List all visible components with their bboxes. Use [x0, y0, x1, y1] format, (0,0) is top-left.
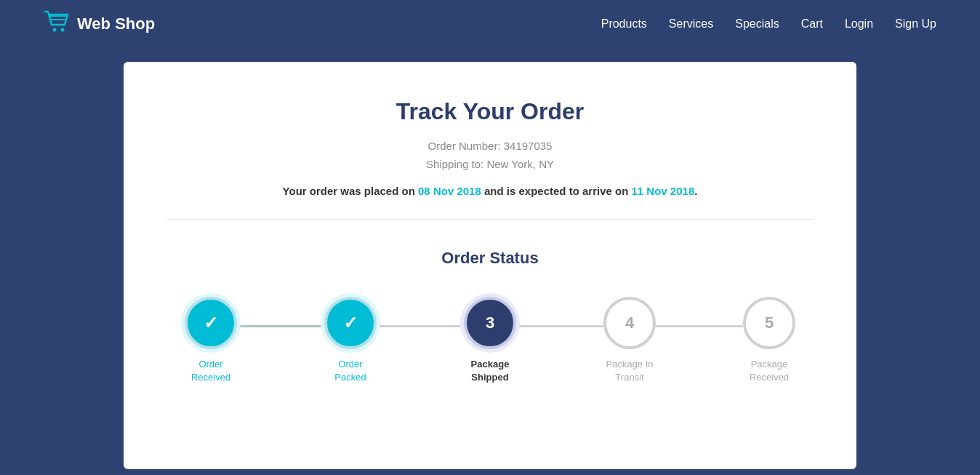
svg-point-3 — [61, 28, 65, 32]
connector-4-5 — [656, 325, 743, 327]
step-1: ✓ OrderReceived — [185, 297, 237, 384]
arrive-date: 11 Nov 2018 — [632, 185, 695, 197]
page-title: Track Your Order — [167, 98, 813, 125]
message-suffix: . — [694, 185, 697, 197]
steps-container: ✓ OrderReceived ✓ OrderPacked 3 PackageS… — [167, 297, 813, 384]
step-1-label: OrderReceived — [191, 358, 230, 384]
step-2-circle: ✓ — [324, 297, 377, 349]
shipping-info: Shipping to: New York, NY — [167, 158, 813, 170]
step-3: 3 PackageShipped — [464, 297, 516, 384]
cart-icon — [44, 10, 70, 37]
nav-specials[interactable]: Specials — [735, 17, 779, 31]
step-2-label: OrderPacked — [334, 358, 366, 384]
step-2: ✓ OrderPacked — [324, 297, 377, 384]
header: Web Shop Products Services Specials Cart… — [0, 0, 980, 47]
step-4: 4 Package InTransit — [603, 297, 656, 384]
message-middle: and is expected to arrive on — [481, 185, 632, 197]
svg-point-2 — [53, 28, 57, 32]
main-content: Track Your Order Order Number: 34197035 … — [124, 62, 856, 469]
step-5-label: PackageReceived — [750, 358, 789, 384]
connector-3-4 — [516, 325, 603, 327]
step-5-circle: 5 — [743, 297, 795, 349]
order-status-title: Order Status — [167, 249, 813, 268]
step-5: 5 PackageReceived — [743, 297, 795, 384]
connector-1-2 — [237, 325, 324, 327]
step-4-circle: 4 — [603, 297, 656, 349]
step-4-label: Package InTransit — [606, 358, 653, 384]
step-3-number: 3 — [486, 314, 494, 332]
step-1-icon: ✓ — [204, 313, 218, 333]
step-5-number: 5 — [765, 314, 774, 332]
connector-2-3 — [377, 325, 464, 327]
step-1-circle: ✓ — [185, 297, 237, 349]
logo-text: Web Shop — [77, 15, 155, 33]
message-prefix: Your order was placed on — [283, 185, 418, 197]
nav-cart[interactable]: Cart — [801, 17, 823, 31]
step-2-icon: ✓ — [343, 313, 358, 333]
order-number: Order Number: 34197035 — [167, 140, 813, 152]
step-3-circle: 3 — [464, 297, 516, 349]
logo-area: Web Shop — [44, 10, 155, 37]
nav-services[interactable]: Services — [669, 17, 713, 31]
nav: Products Services Specials Cart Login Si… — [601, 17, 936, 31]
step-4-number: 4 — [625, 314, 634, 332]
placed-date: 08 Nov 2018 — [418, 185, 481, 197]
nav-products[interactable]: Products — [601, 17, 647, 31]
divider — [167, 219, 813, 220]
order-message: Your order was placed on 08 Nov 2018 and… — [167, 185, 813, 197]
nav-login[interactable]: Login — [845, 17, 873, 31]
nav-signup[interactable]: Sign Up — [895, 17, 936, 31]
step-3-label: PackageShipped — [471, 358, 510, 384]
